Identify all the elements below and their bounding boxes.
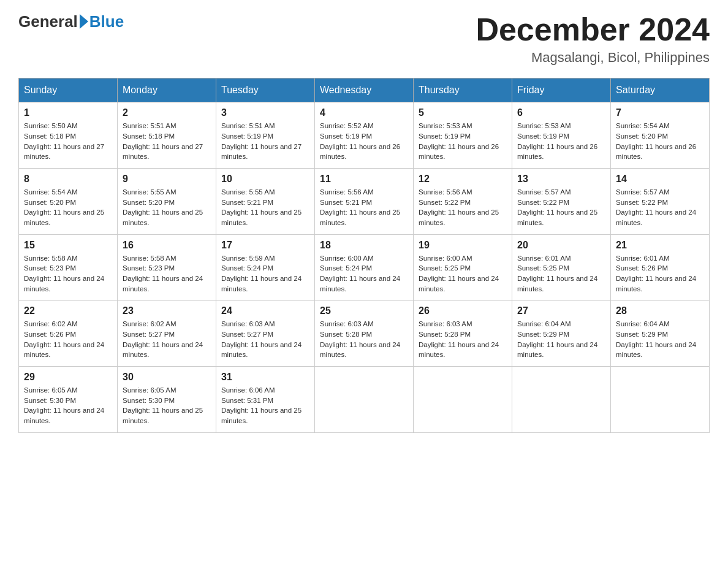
month-title: December 2024	[476, 12, 710, 47]
day-number: 24	[221, 305, 309, 316]
day-number: 11	[320, 174, 408, 185]
day-info: Sunrise: 6:05 AMSunset: 5:30 PMDaylight:…	[123, 385, 211, 426]
day-info: Sunrise: 5:55 AMSunset: 5:20 PMDaylight:…	[123, 187, 211, 228]
day-info: Sunrise: 6:00 AMSunset: 5:24 PMDaylight:…	[320, 253, 408, 294]
day-number: 13	[517, 174, 605, 185]
day-number: 15	[24, 240, 112, 251]
calendar-cell: 24Sunrise: 6:03 AMSunset: 5:27 PMDayligh…	[216, 301, 315, 367]
day-info: Sunrise: 5:57 AMSunset: 5:22 PMDaylight:…	[616, 187, 704, 228]
day-info: Sunrise: 5:53 AMSunset: 5:19 PMDaylight:…	[517, 121, 605, 162]
calendar-cell	[512, 366, 611, 432]
day-number: 12	[419, 174, 507, 185]
day-number: 25	[320, 305, 408, 316]
day-info: Sunrise: 5:56 AMSunset: 5:21 PMDaylight:…	[320, 187, 408, 228]
calendar-cell	[414, 366, 512, 432]
day-number: 6	[517, 107, 605, 118]
day-number: 14	[616, 174, 704, 185]
calendar-cell: 28Sunrise: 6:04 AMSunset: 5:29 PMDayligh…	[611, 301, 710, 367]
day-number: 31	[221, 372, 309, 383]
calendar-cell: 26Sunrise: 6:03 AMSunset: 5:28 PMDayligh…	[414, 301, 512, 367]
day-info: Sunrise: 6:01 AMSunset: 5:26 PMDaylight:…	[616, 253, 704, 294]
day-info: Sunrise: 5:53 AMSunset: 5:19 PMDaylight:…	[419, 121, 507, 162]
day-info: Sunrise: 5:51 AMSunset: 5:19 PMDaylight:…	[221, 121, 309, 162]
calendar-cell: 27Sunrise: 6:04 AMSunset: 5:29 PMDayligh…	[512, 301, 611, 367]
column-header-saturday: Saturday	[611, 79, 710, 102]
day-info: Sunrise: 5:54 AMSunset: 5:20 PMDaylight:…	[24, 187, 112, 228]
day-info: Sunrise: 6:02 AMSunset: 5:27 PMDaylight:…	[123, 319, 211, 360]
day-number: 17	[221, 240, 309, 251]
calendar-cell: 13Sunrise: 5:57 AMSunset: 5:22 PMDayligh…	[512, 168, 611, 234]
logo-arrow-icon	[80, 14, 88, 29]
day-info: Sunrise: 5:54 AMSunset: 5:20 PMDaylight:…	[616, 121, 704, 162]
day-info: Sunrise: 5:50 AMSunset: 5:18 PMDaylight:…	[24, 121, 112, 162]
calendar-cell: 10Sunrise: 5:55 AMSunset: 5:21 PMDayligh…	[216, 168, 315, 234]
day-info: Sunrise: 6:06 AMSunset: 5:31 PMDaylight:…	[221, 385, 309, 426]
calendar-cell: 9Sunrise: 5:55 AMSunset: 5:20 PMDaylight…	[118, 168, 216, 234]
day-info: Sunrise: 6:03 AMSunset: 5:27 PMDaylight:…	[221, 319, 309, 360]
column-header-thursday: Thursday	[414, 79, 512, 102]
calendar-cell: 1Sunrise: 5:50 AMSunset: 5:18 PMDaylight…	[19, 102, 118, 169]
day-number: 18	[320, 240, 408, 251]
day-number: 21	[616, 240, 704, 251]
calendar-cell: 15Sunrise: 5:58 AMSunset: 5:23 PMDayligh…	[19, 234, 118, 301]
logo-general-text: General	[18, 12, 78, 31]
day-number: 22	[24, 305, 112, 316]
day-number: 16	[123, 240, 211, 251]
logo: General Blue	[18, 12, 124, 31]
calendar-cell: 14Sunrise: 5:57 AMSunset: 5:22 PMDayligh…	[611, 168, 710, 234]
calendar-cell: 29Sunrise: 6:05 AMSunset: 5:30 PMDayligh…	[19, 366, 118, 432]
calendar-cell: 23Sunrise: 6:02 AMSunset: 5:27 PMDayligh…	[118, 301, 216, 367]
day-info: Sunrise: 5:58 AMSunset: 5:23 PMDaylight:…	[24, 253, 112, 294]
day-info: Sunrise: 5:56 AMSunset: 5:22 PMDaylight:…	[419, 187, 507, 228]
calendar-cell: 6Sunrise: 5:53 AMSunset: 5:19 PMDaylight…	[512, 102, 611, 169]
day-number: 8	[24, 174, 112, 185]
day-info: Sunrise: 5:57 AMSunset: 5:22 PMDaylight:…	[517, 187, 605, 228]
day-number: 20	[517, 240, 605, 251]
calendar-cell: 30Sunrise: 6:05 AMSunset: 5:30 PMDayligh…	[118, 366, 216, 432]
calendar-cell: 12Sunrise: 5:56 AMSunset: 5:22 PMDayligh…	[414, 168, 512, 234]
calendar-cell: 18Sunrise: 6:00 AMSunset: 5:24 PMDayligh…	[315, 234, 414, 301]
calendar-cell: 3Sunrise: 5:51 AMSunset: 5:19 PMDaylight…	[216, 102, 315, 169]
calendar-week-row: 8Sunrise: 5:54 AMSunset: 5:20 PMDaylight…	[19, 168, 710, 234]
day-number: 19	[419, 240, 507, 251]
column-header-wednesday: Wednesday	[315, 79, 414, 102]
day-number: 2	[123, 107, 211, 118]
calendar-header-row: SundayMondayTuesdayWednesdayThursdayFrid…	[19, 79, 710, 102]
day-number: 5	[419, 107, 507, 118]
calendar-week-row: 15Sunrise: 5:58 AMSunset: 5:23 PMDayligh…	[19, 234, 710, 301]
day-info: Sunrise: 6:04 AMSunset: 5:29 PMDaylight:…	[517, 319, 605, 360]
column-header-sunday: Sunday	[19, 79, 118, 102]
column-header-friday: Friday	[512, 79, 611, 102]
calendar-cell	[611, 366, 710, 432]
day-info: Sunrise: 6:00 AMSunset: 5:25 PMDaylight:…	[419, 253, 507, 294]
calendar-cell: 8Sunrise: 5:54 AMSunset: 5:20 PMDaylight…	[19, 168, 118, 234]
calendar-cell: 11Sunrise: 5:56 AMSunset: 5:21 PMDayligh…	[315, 168, 414, 234]
calendar-cell: 16Sunrise: 5:58 AMSunset: 5:23 PMDayligh…	[118, 234, 216, 301]
day-info: Sunrise: 6:02 AMSunset: 5:26 PMDaylight:…	[24, 319, 112, 360]
column-header-monday: Monday	[118, 79, 216, 102]
day-number: 7	[616, 107, 704, 118]
day-info: Sunrise: 6:04 AMSunset: 5:29 PMDaylight:…	[616, 319, 704, 360]
day-number: 27	[517, 305, 605, 316]
day-number: 29	[24, 372, 112, 383]
day-number: 9	[123, 174, 211, 185]
logo-blue-text: Blue	[89, 12, 124, 31]
day-number: 28	[616, 305, 704, 316]
calendar-table: SundayMondayTuesdayWednesdayThursdayFrid…	[18, 78, 710, 432]
calendar-week-row: 22Sunrise: 6:02 AMSunset: 5:26 PMDayligh…	[19, 301, 710, 367]
calendar-cell: 17Sunrise: 5:59 AMSunset: 5:24 PMDayligh…	[216, 234, 315, 301]
calendar-cell: 20Sunrise: 6:01 AMSunset: 5:25 PMDayligh…	[512, 234, 611, 301]
day-info: Sunrise: 5:58 AMSunset: 5:23 PMDaylight:…	[123, 253, 211, 294]
calendar-cell: 21Sunrise: 6:01 AMSunset: 5:26 PMDayligh…	[611, 234, 710, 301]
calendar-cell	[315, 366, 414, 432]
calendar-cell: 7Sunrise: 5:54 AMSunset: 5:20 PMDaylight…	[611, 102, 710, 169]
column-header-tuesday: Tuesday	[216, 79, 315, 102]
day-number: 4	[320, 107, 408, 118]
day-number: 26	[419, 305, 507, 316]
day-info: Sunrise: 6:05 AMSunset: 5:30 PMDaylight:…	[24, 385, 112, 426]
day-number: 1	[24, 107, 112, 118]
calendar-cell: 5Sunrise: 5:53 AMSunset: 5:19 PMDaylight…	[414, 102, 512, 169]
day-info: Sunrise: 5:52 AMSunset: 5:19 PMDaylight:…	[320, 121, 408, 162]
calendar-week-row: 1Sunrise: 5:50 AMSunset: 5:18 PMDaylight…	[19, 102, 710, 169]
day-info: Sunrise: 5:55 AMSunset: 5:21 PMDaylight:…	[221, 187, 309, 228]
